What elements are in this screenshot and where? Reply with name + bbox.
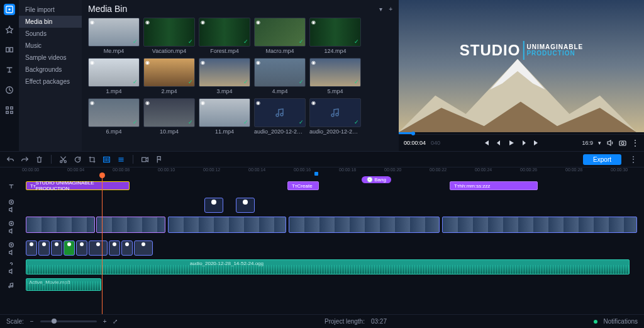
rotate-icon[interactable] [74,156,82,164]
transitions-tool-icon[interactable] [4,44,15,55]
clip-thumbnail[interactable]: ◉✓ [88,18,140,47]
aspect-chevron-icon[interactable]: ▾ [598,140,601,146]
clip-mute-icon[interactable] [8,249,14,256]
sidebar-item-sounds[interactable]: Sounds [19,28,82,40]
scale-slider[interactable] [40,320,97,322]
import-tool-icon[interactable] [4,4,15,15]
aspect-ratio[interactable]: 16:9 [582,140,593,146]
preview-seekbar[interactable] [399,132,644,135]
clip-thumbnail[interactable]: ◉✓ [143,98,195,127]
media-clip[interactable]: ◉✓124.mp4 [309,18,361,54]
add-media-icon[interactable]: + [389,6,392,13]
media-clip[interactable]: ◉✓5.mp4 [309,58,361,94]
mini-clip[interactable] [26,240,37,256]
prev-frame-icon[interactable] [495,139,502,147]
media-clip[interactable]: ◉✓3.mp4 [199,58,250,94]
clip-thumbnail[interactable]: ◉✓ [254,58,306,87]
clip-thumbnail[interactable]: ◉✓ [199,18,250,47]
mini-clip[interactable] [89,240,108,256]
record-icon[interactable] [141,156,149,164]
clip-thumbnail[interactable]: ◉✓ [199,58,250,87]
media-clip[interactable]: ◉✓Me.mp4 [88,18,140,54]
title-block-main[interactable]: Tт STUDIO UNIMAGINABLE PRODUCTION [26,181,130,190]
mini-clip[interactable] [51,240,62,256]
mini-clip[interactable] [134,240,153,256]
overlay-block[interactable] [204,198,223,213]
overlay-visibility-icon[interactable] [8,199,14,205]
notifications-button[interactable]: Notifications [604,318,638,325]
mini-clip[interactable] [121,240,133,256]
media-clip[interactable]: ◉✓2.mp4 [143,58,195,94]
timeline-marker[interactable]: 🕘 Bang [362,176,391,183]
timeline[interactable]: 00:00:0000:00:0400:00:0800:00:1000:00:12… [0,167,644,314]
zoom-in-icon[interactable]: + [103,318,107,325]
media-clip[interactable]: ◉✓6.mp4 [88,98,140,135]
preview-video[interactable]: STUDIO UNIMAGINABLE PRODUCTION [399,0,644,132]
mini-clip[interactable] [38,240,50,256]
toolbar-menu-icon[interactable]: ⋮ [629,154,638,164]
cut-icon[interactable] [59,156,67,164]
video-visibility-icon[interactable] [8,220,14,227]
zoom-out-icon[interactable]: − [30,318,34,325]
clip-thumbnail[interactable]: ◉✓ [143,18,195,47]
video-clip[interactable] [26,217,95,233]
titles-tool-icon[interactable] [4,64,15,76]
text-track-icon[interactable] [8,183,14,189]
preview-menu-icon[interactable]: ⋮ [631,139,639,147]
mini-clip[interactable] [64,240,75,256]
media-clip[interactable]: ◉✓1.mp4 [88,58,140,94]
snapshot-icon[interactable] [619,139,626,147]
filter-icon[interactable]: ▾ [379,6,382,13]
more-tool-icon[interactable] [4,105,15,116]
media-clip[interactable]: ◉✓11.mp4 [199,98,250,135]
video-clip[interactable] [168,217,286,233]
sidebar-item-media-bin[interactable]: Media bin [19,16,82,28]
stickers-tool-icon[interactable] [4,84,15,96]
media-clip[interactable]: ◉✓audio_2020-12-28_13-59-12.ogg [309,98,361,135]
sidebar-item-effect-packages[interactable]: Effect packages [19,76,82,88]
marker-icon[interactable] [155,156,164,164]
media-clip[interactable]: ◉✓10.mp4 [143,98,195,135]
clip-thumbnail[interactable]: ◉✓ [309,58,361,87]
overlay-mute-icon[interactable] [8,206,14,213]
video-clip[interactable] [442,217,637,233]
clip-thumbnail[interactable]: ◉✓ [309,98,361,127]
media-clip[interactable]: ◉✓4.mp4 [254,58,306,94]
audio-link-icon[interactable] [8,261,14,267]
audio-clip[interactable]: audio_2020-12-28_14-52-24.ogg [26,259,630,274]
video-clip[interactable] [96,217,165,233]
redo-icon[interactable] [21,156,29,164]
title-block-create[interactable]: Tт Create [287,181,319,190]
clip-visibility-icon[interactable] [8,242,14,248]
effects-tool-icon[interactable] [4,24,15,35]
properties-icon[interactable] [117,156,125,164]
next-frame-icon[interactable] [520,139,528,147]
mini-clip[interactable] [76,240,87,256]
audio-clip[interactable]: Active_Movie.mp3 [26,278,101,291]
music-track-icon[interactable] [8,282,14,288]
clip-thumbnail[interactable]: ◉✓ [143,58,195,87]
export-button[interactable]: Export [583,154,621,165]
sidebar-item-file-import[interactable]: File import [19,4,82,16]
media-clip[interactable]: ◉✓Macro.mp4 [254,18,306,54]
overlay-block[interactable] [236,198,255,213]
clip-thumbnail[interactable]: ◉✓ [88,98,140,127]
delete-icon[interactable] [35,156,43,164]
clip-thumbnail[interactable]: ◉✓ [254,98,306,127]
video-clip[interactable] [289,217,440,233]
volume-icon[interactable] [606,139,614,147]
audio-mute-icon[interactable] [8,268,14,274]
video-mute-icon[interactable] [8,228,14,234]
clip-thumbnail[interactable]: ◉✓ [254,18,306,47]
play-icon[interactable] [508,139,515,147]
fit-icon[interactable]: ⤢ [113,318,118,325]
mini-clip[interactable] [109,240,120,256]
timeline-playhead[interactable] [102,176,103,314]
skip-end-icon[interactable] [533,139,540,147]
sidebar-item-music[interactable]: Music [19,40,82,52]
timeline-ruler[interactable]: 00:00:0000:00:0400:00:0800:00:1000:00:12… [0,167,644,176]
sidebar-item-backgrounds[interactable]: Backgrounds [19,64,82,76]
clip-thumbnail[interactable]: ◉✓ [309,18,361,47]
media-clip[interactable]: ◉✓Vacation.mp4 [143,18,195,54]
sidebar-item-sample-videos[interactable]: Sample videos [19,52,82,64]
